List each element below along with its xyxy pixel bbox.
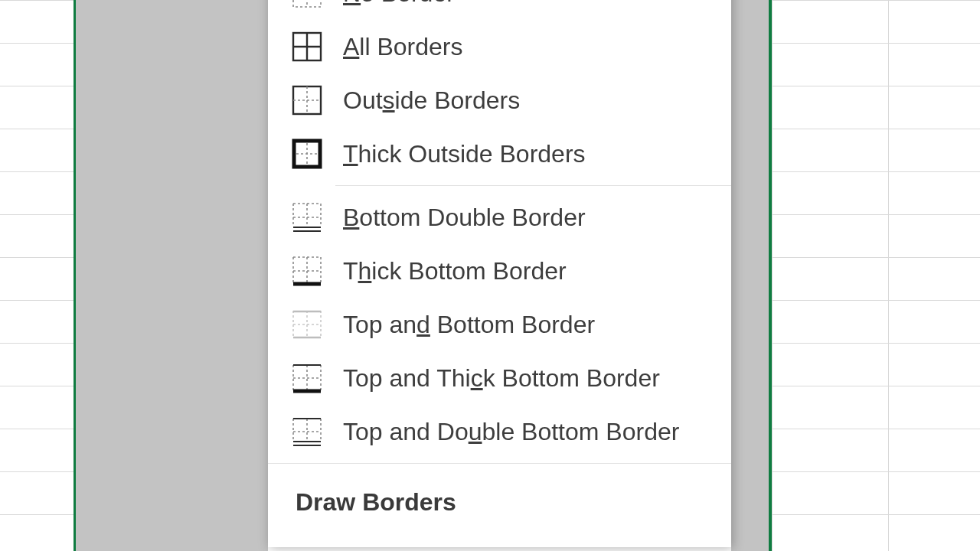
thick-bottom-border-icon bbox=[291, 255, 323, 287]
menu-item-label: No Border bbox=[343, 0, 455, 5]
menu-item-outside-borders[interactable]: Outside Borders bbox=[268, 73, 731, 127]
menu-item-no-border[interactable]: No Border bbox=[268, 0, 731, 20]
borders-dropdown-menu: No Border All Borders bbox=[268, 0, 731, 547]
thick-outside-borders-icon bbox=[291, 138, 323, 170]
bottom-double-border-icon bbox=[291, 201, 323, 233]
menu-item-all-borders[interactable]: All Borders bbox=[268, 20, 731, 73]
selection-border bbox=[74, 0, 76, 551]
col-gridline bbox=[888, 0, 889, 551]
top-and-bottom-border-icon bbox=[291, 308, 323, 341]
selected-column[interactable] bbox=[731, 0, 769, 551]
menu-item-label: Bottom Double Border bbox=[343, 205, 586, 230]
selected-column[interactable] bbox=[74, 0, 190, 551]
menu-item-thick-outside-borders[interactable]: Thick Outside Borders bbox=[268, 127, 731, 181]
menu-item-label: Thick Bottom Border bbox=[343, 259, 567, 283]
menu-item-label: Thick Outside Borders bbox=[343, 142, 586, 166]
menu-item-label: Outside Borders bbox=[343, 88, 520, 112]
menu-item-top-double-bottom-border[interactable]: Top and Double Bottom Border bbox=[268, 405, 731, 458]
menu-item-top-thick-bottom-border[interactable]: Top and Thick Bottom Border bbox=[268, 351, 731, 405]
selected-column[interactable] bbox=[190, 0, 268, 551]
menu-separator bbox=[268, 463, 731, 464]
top-double-bottom-border-icon bbox=[291, 416, 323, 448]
no-border-icon bbox=[291, 0, 323, 9]
outside-borders-icon bbox=[291, 84, 323, 116]
menu-section-header: Draw Borders bbox=[268, 468, 731, 517]
menu-item-label: Top and Thick Bottom Border bbox=[343, 366, 660, 390]
menu-item-label: Top and Bottom Border bbox=[343, 312, 595, 337]
col-gridline bbox=[772, 0, 773, 551]
menu-item-thick-bottom-border[interactable]: Thick Bottom Border bbox=[268, 244, 731, 298]
top-thick-bottom-border-icon bbox=[291, 362, 323, 394]
selection-border bbox=[769, 0, 772, 551]
menu-item-label: All Borders bbox=[343, 34, 463, 59]
menu-item-bottom-double-border[interactable]: Bottom Double Border bbox=[268, 191, 731, 244]
all-borders-icon bbox=[291, 31, 323, 63]
menu-item-label: Top and Double Bottom Border bbox=[343, 419, 679, 444]
menu-separator bbox=[335, 185, 731, 186]
menu-item-top-and-bottom-border[interactable]: Top and Bottom Border bbox=[268, 298, 731, 351]
